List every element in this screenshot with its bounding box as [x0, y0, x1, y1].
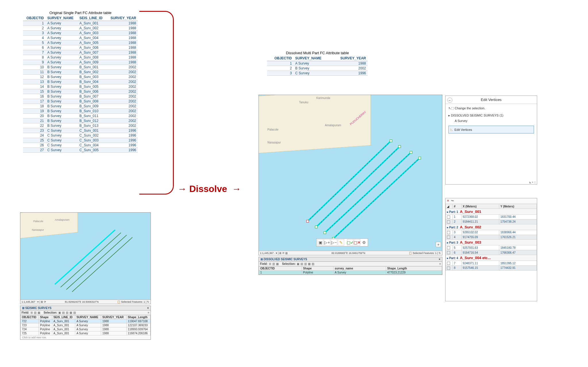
table-row[interactable]: 10B SurveyB_Surv_0012002	[23, 65, 138, 70]
table-row[interactable]: 20B SurveyB_Surv_0112002	[23, 114, 138, 119]
map-scale[interactable]: 1:1,445,367	[22, 300, 35, 303]
table-row[interactable]: 19B SurveyB_Surv_0102002	[23, 109, 138, 114]
add-row-hint[interactable]: Click to add new row.	[20, 335, 151, 339]
close-icon[interactable]: ×	[147, 306, 149, 310]
vertex-table[interactable]: ✕ ↪ ◢ # X (Meters) Y (Meters) ▸ Part: 1A…	[445, 198, 537, 301]
table-row[interactable]: 1A Survey1988	[267, 61, 368, 66]
field-tool-icon[interactable]: ▦	[38, 311, 40, 314]
vertex-row[interactable]: 59257931.631845180.78	[446, 245, 537, 250]
map-original[interactable]: Palacole Amalapuram Narasapur 1:1,445,36…	[20, 212, 151, 304]
table-row[interactable]: 725PolylineA_Surv_001A Survey1988116874.…	[21, 331, 151, 335]
vertex-row[interactable]: 19272368.021831700.44	[446, 215, 537, 220]
table-row[interactable]: 2A SurveyA_Surv_0021988	[23, 26, 138, 31]
vertex-row[interactable]: 79248371.111851395.12	[446, 261, 537, 266]
table-row[interactable]: 722PolylineA_Surv_001A Survey1988119047.…	[21, 319, 151, 323]
svg-rect-17	[324, 232, 326, 234]
table-row[interactable]: 2B Survey2002	[267, 66, 368, 71]
feature-node[interactable]: A Survey	[448, 118, 534, 123]
sel-tool-icon[interactable]: ▧	[312, 262, 314, 265]
menu-icon[interactable]: ≡	[148, 311, 149, 314]
table-row[interactable]: 14B SurveyB_Surv_0052002	[23, 84, 138, 89]
table-row[interactable]: 13B SurveyB_Surv_0042002	[23, 79, 138, 84]
sel-tool-icon[interactable]: ▣	[297, 262, 299, 265]
expand-icon[interactable]: ◣ ▾ ▯	[529, 181, 536, 184]
back-icon[interactable]: ←	[447, 98, 452, 103]
sel-tool-icon[interactable]: ▦	[308, 262, 311, 265]
table-row[interactable]: 724PolylineA_Surv_001A Survey1988118993.…	[21, 327, 151, 331]
field-tool-icon[interactable]: ▥	[34, 311, 36, 314]
table-row[interactable]: 1A SurveyA_Surv_0011988	[23, 21, 138, 26]
vertex-row[interactable]: 49174755.091761526.21	[446, 235, 537, 240]
field-tool-icon[interactable]: ⊞	[269, 262, 271, 265]
field-tool-icon[interactable]: ▦	[276, 262, 279, 265]
table-tab[interactable]: ⊞ SEISMIC SURVEYS ×	[20, 306, 151, 310]
table-row[interactable]: 3C Survey1996	[267, 71, 368, 76]
vertex-row[interactable]: 39265102.021838966.44	[446, 230, 537, 235]
table-toolbar[interactable]: Field: ⊞▥▦ Selection: ▣▤▥▦▧ ≡	[20, 310, 151, 315]
tool-remove-vertex-icon[interactable]: ▷−	[331, 239, 337, 246]
vertex-row[interactable]: 89157546.151774432.91	[446, 266, 537, 271]
table-row[interactable]: 723PolylineA_Surv_001A Survey1988122107.…	[21, 323, 151, 327]
field-tool-icon[interactable]: ▥	[272, 262, 275, 265]
tool-gear-icon[interactable]: ⚙	[361, 239, 367, 246]
sel-tool-icon[interactable]: ▤	[62, 311, 65, 314]
vertex-row[interactable]: 29184411.211754738.24	[446, 219, 537, 224]
table-row[interactable]: 11B SurveyB_Surv_0022002	[23, 70, 138, 75]
change-selection-link[interactable]: ↖⬚ Change the selection.	[448, 106, 534, 111]
table-tab[interactable]: ⊞ DISSOLVED SEISMIC SURVEYS ×	[259, 257, 442, 262]
table-row[interactable]: 6A SurveyA_Surv_0061988	[23, 45, 138, 50]
tool-select-icon[interactable]: ▣	[317, 239, 323, 246]
table-row[interactable]: 12B SurveyB_Surv_0032002	[23, 75, 138, 79]
table-row[interactable]: 16B SurveyB_Surv_0072002	[23, 94, 138, 99]
sel-tool-icon[interactable]: ▥	[66, 311, 68, 314]
delete-icon[interactable]: ✕	[447, 199, 449, 203]
menu-icon[interactable]: ≡	[439, 262, 441, 265]
table-row[interactable]: 26C SurveyC_Surv_0041996	[23, 143, 138, 148]
vertex-part-header[interactable]: ▸ Part: 2A_Surv_002	[446, 224, 537, 230]
sel-tool-icon[interactable]: ▣	[58, 311, 61, 314]
tool-add-vertex-icon[interactable]: ▷+	[324, 239, 330, 246]
sel-tool-icon[interactable]: ▤	[300, 262, 303, 265]
vertex-row[interactable]: 69164716.541766306.47	[446, 250, 537, 255]
sel-tool-icon[interactable]: ▦	[70, 311, 72, 314]
tool-edit-icon[interactable]: ✎	[338, 239, 344, 246]
dissolved-surveys-table[interactable]: ⊞ DISSOLVED SEISMIC SURVEYS × Field: ⊞▥▦…	[259, 257, 442, 275]
table-row[interactable]: 4A SurveyA_Surv_0041988	[23, 36, 138, 40]
table-row[interactable]: 22B SurveyB_Surv_0132002	[23, 123, 138, 128]
map-options-icon[interactable]: ≡	[436, 242, 441, 247]
edit-vertices-icon: ◺	[450, 128, 453, 131]
table-row[interactable]: 1PolylineA Survey477023.21229	[259, 271, 442, 275]
table-row[interactable]: 3A SurveyA_Surv_0031988	[23, 31, 138, 36]
table-toolbar[interactable]: Field: ⊞▥▦ Selection: ▣▤▥▦▧ ≡	[259, 262, 442, 266]
table-row[interactable]: 27C SurveyC_Surv_0051996	[23, 148, 138, 153]
table-row[interactable]: 24C SurveyC_Surv_0021996	[23, 133, 138, 138]
table-row[interactable]: 18B SurveyB_Surv_0092002	[23, 104, 138, 109]
map-dissolved[interactable]: Tanuku Palacole Amalapuram Narasapur PUD…	[259, 95, 442, 255]
table-row[interactable]: 15B SurveyB_Surv_0062002	[23, 89, 138, 94]
table-row[interactable]: 9A SurveyA_Surv_0091988	[23, 60, 138, 65]
table-row[interactable]: 8A SurveyA_Surv_0081988	[23, 55, 138, 60]
edit-vertices-panel[interactable]: ← Edit Vertices ↖⬚ Change the selection.…	[445, 96, 537, 185]
seismic-surveys-table[interactable]: ⊞ SEISMIC SURVEYS × Field: ⊞▥▦ Selection…	[20, 306, 151, 340]
table-row[interactable]: 17B SurveyB_Surv_0082002	[23, 99, 138, 104]
field-tool-icon[interactable]: ⊞	[30, 311, 33, 314]
layer-node[interactable]: ▸ DISSOLVED SEISMIC SURVEYS (1)	[448, 113, 534, 118]
vertex-part-header[interactable]: ▸ Part: 3A_Surv_003	[446, 240, 537, 245]
edit-float-toolbar[interactable]: ▣ ▷+ ▷− ✎ ▢✓ ▢✕ ⚙	[316, 238, 368, 246]
arrow-right-icon: →	[178, 184, 187, 194]
table-row[interactable]: 7A SurveyA_Surv_0071988	[23, 50, 138, 55]
sel-tool-icon[interactable]: ▥	[304, 262, 307, 265]
table-row[interactable]: 23C SurveyC_Surv_0011996	[23, 128, 138, 133]
close-icon[interactable]: ×	[439, 258, 440, 261]
table-row[interactable]: 25C SurveyC_Surv_0031996	[23, 138, 138, 143]
tool-cancel-icon[interactable]: ▢✕	[354, 239, 360, 246]
sel-tool-icon[interactable]: ▧	[73, 311, 76, 314]
table-row[interactable]: 5A SurveyA_Surv_0051988	[23, 40, 138, 45]
table-row[interactable]: 21B SurveyB_Surv_0122002	[23, 119, 138, 123]
sketch-icon[interactable]: ↪	[451, 199, 454, 203]
tool-accept-icon[interactable]: ▢✓	[347, 239, 353, 246]
vertex-part-header[interactable]: ▸ Part: 4A_Surv_004 etc...	[446, 255, 537, 261]
vertex-part-header[interactable]: ▸ Part: 1A_Surv_001	[446, 209, 537, 215]
edit-vertices-operation[interactable]: ◺ Edit Vertices	[448, 126, 534, 133]
map-scale[interactable]: 1:1,445,367	[260, 252, 274, 255]
